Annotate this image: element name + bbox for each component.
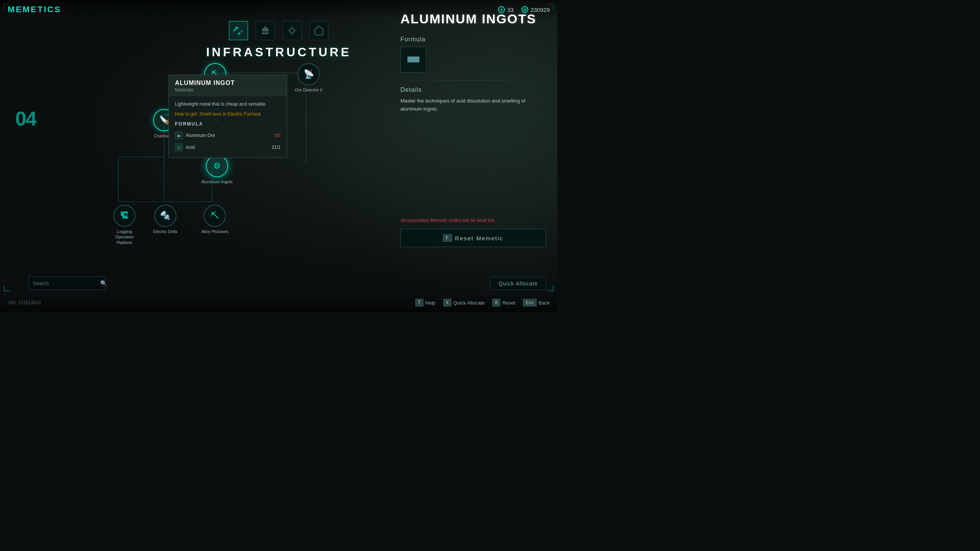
how-to-get-prefix: How to get: xyxy=(175,111,198,117)
quick-allocate-button[interactable]: Quick Allocate xyxy=(490,277,546,290)
node-label-ore-detector: Ore Detector II xyxy=(295,87,322,93)
tooltip-description: Lightweight metal that is cheap and vers… xyxy=(175,101,281,108)
formula-section-label: Formula xyxy=(400,36,546,43)
search-icon: 🔍 xyxy=(100,280,107,286)
node-circle-aluminum-ingots: ⚙ xyxy=(206,155,228,177)
app-title: MEMETICS xyxy=(8,5,61,15)
reset-warning-text: All associated Memetic nodes will be res… xyxy=(400,218,546,223)
back-label: Back xyxy=(539,300,550,306)
ingredient-left-1: ⬡ Acid xyxy=(175,143,194,151)
tooltip-formula-label: FORMULA xyxy=(175,121,281,127)
category-icon-exploration[interactable] xyxy=(283,21,302,40)
node-label-electric-drills: Electric Drills xyxy=(153,229,178,234)
tooltip-how-to-get: How to get: Smelt ores in Electric Furna… xyxy=(175,111,281,117)
node-label-alloy-pickaxes: Alloy Pickaxes xyxy=(201,229,229,234)
ingredient-icon-0: ◈ xyxy=(175,132,183,139)
tooltip-header: ALUMINUM INGOT Materials xyxy=(169,75,287,96)
reset-key: R xyxy=(492,299,500,306)
ingredient-name-1: Acid xyxy=(186,145,194,150)
ingredient-count-0: 0/5 xyxy=(274,133,281,138)
ingredient-left-0: ◈ Aluminum Ore xyxy=(175,132,215,139)
node-circle-alloy-pickaxes: ⛏ xyxy=(204,205,226,227)
quick-allocate-key: X xyxy=(443,299,451,306)
action-reset[interactable]: R Reset xyxy=(492,299,515,306)
ingredient-count-1: 21/1 xyxy=(272,145,281,150)
svg-rect-12 xyxy=(407,58,420,63)
category-icon-infrastructure[interactable] xyxy=(309,21,328,40)
bottom-actions: T Help X Quick Allocate R Reset Esc Back xyxy=(415,299,550,306)
tooltip-body: Lightweight metal that is cheap and vers… xyxy=(169,96,287,158)
back-key: Esc xyxy=(523,299,537,306)
node-aluminum-ingots[interactable]: ⚙ Aluminum Ingots xyxy=(201,155,233,184)
svg-point-0 xyxy=(290,28,294,33)
section-title: INFRASTRUCTURE xyxy=(206,45,351,59)
tooltip-subtitle: Materials xyxy=(175,87,281,93)
tooltip-popup: ALUMINUM INGOT Materials Lightweight met… xyxy=(168,75,287,158)
reset-button-label: Reset Memetic xyxy=(455,235,503,241)
help-label: Help xyxy=(425,300,436,306)
node-label-logging-platform: Logging Operation Platform xyxy=(107,229,142,245)
node-ore-detector[interactable]: 📡 Ore Detector II xyxy=(295,63,322,93)
ingredient-row-1: ⬡ Acid 21/1 xyxy=(175,141,281,153)
svg-rect-13 xyxy=(407,57,420,58)
tooltip-title: ALUMINUM INGOT xyxy=(175,80,281,86)
category-icon-combat[interactable] xyxy=(229,21,248,40)
node-logging-platform[interactable]: 🏗 Logging Operation Platform xyxy=(107,205,142,245)
ingredient-icon-1: ⬡ xyxy=(175,143,183,151)
node-electric-drills[interactable]: 🔩 Electric Drills xyxy=(153,205,178,234)
reset-label: Reset xyxy=(502,300,515,306)
ingredient-row-0: ◈ Aluminum Ore 0/5 xyxy=(175,130,281,141)
node-circle-ore-detector: 📡 xyxy=(297,63,320,85)
divider-1 xyxy=(400,80,546,81)
action-help[interactable]: T Help xyxy=(415,299,436,306)
node-label-aluminum-ingots: Aluminum Ingots xyxy=(201,179,233,184)
bottom-bar: UID: 151514632 T Help X Quick Allocate R… xyxy=(0,293,557,312)
help-key: T xyxy=(415,299,423,306)
reset-memetic-button[interactable]: F Reset Memetic xyxy=(400,229,546,247)
panel-item-title: ALUMINUM INGOTS xyxy=(400,11,546,26)
details-section-label: Details xyxy=(400,86,546,93)
reset-key-badge: F xyxy=(443,234,452,242)
details-text: Master the techniques of acid dissolutio… xyxy=(400,97,546,113)
quick-allocate-bottom-label: Quick Allocate xyxy=(453,300,485,306)
action-back[interactable]: Esc Back xyxy=(523,299,550,306)
corner-decoration-bl xyxy=(4,285,10,291)
formula-icon-box xyxy=(400,47,426,73)
search-box: 🔍 xyxy=(29,276,105,290)
category-row xyxy=(229,21,328,40)
formula-icon xyxy=(405,52,421,68)
right-panel: ALUMINUM INGOTS Formula Details Master t… xyxy=(389,0,557,293)
node-alloy-pickaxes[interactable]: ⛏ Alloy Pickaxes xyxy=(201,205,229,234)
how-to-get-value: Smelt ores in Electric Furnace xyxy=(199,111,261,117)
search-input[interactable] xyxy=(33,280,97,286)
node-circle-electric-drills: 🔩 xyxy=(154,205,176,227)
category-icon-industry[interactable] xyxy=(256,21,275,40)
node-circle-logging-platform: 🏗 xyxy=(113,205,136,227)
ingredient-name-0: Aluminum Ore xyxy=(186,133,215,138)
action-quick-allocate[interactable]: X Quick Allocate xyxy=(443,299,485,306)
uid-text: UID: 151514632 xyxy=(8,300,41,305)
